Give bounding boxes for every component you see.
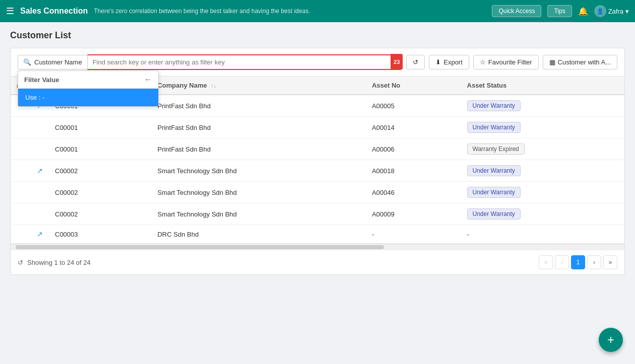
row-hash bbox=[11, 117, 31, 138]
search-count-badge: 23 bbox=[391, 54, 403, 69]
row-asset-status: - bbox=[461, 225, 624, 244]
table-footer: ↺ Showing 1 to 24 of 24 « ‹ 1 › » bbox=[11, 250, 624, 274]
next-page-button[interactable]: › bbox=[587, 255, 601, 269]
row-asset-no: A00006 bbox=[366, 138, 461, 160]
favourite-filter-button[interactable]: ☆ Favourite Filter bbox=[473, 55, 539, 69]
row-asset-status: Under Warranty bbox=[461, 117, 624, 138]
column-label: Customer with A... bbox=[558, 58, 611, 66]
row-customer-id: C00001 bbox=[49, 117, 151, 138]
star-icon: ☆ bbox=[480, 58, 486, 66]
first-page-button[interactable]: « bbox=[539, 255, 553, 269]
search-section: 🔍 Customer Name 23 bbox=[18, 54, 402, 70]
row-company-name: PrintFast Sdn Bhd bbox=[151, 117, 365, 138]
row-asset-no: A00005 bbox=[366, 95, 461, 117]
status-badge: Warranty Expired bbox=[467, 143, 525, 155]
row-company-name: Smart Technology Sdn Bhd bbox=[151, 182, 365, 203]
export-icon: ⬇ bbox=[435, 58, 441, 66]
footer-refresh-icon[interactable]: ↺ bbox=[18, 259, 23, 266]
page-content: Customer List 🔍 Customer Name 23 ↺ ⬇ Exp… bbox=[0, 22, 635, 283]
row-external-link[interactable]: ↗ bbox=[31, 225, 49, 244]
row-hash bbox=[11, 160, 31, 182]
row-customer-id: C00002 bbox=[49, 182, 151, 203]
row-asset-no: A00014 bbox=[366, 117, 461, 138]
row-external-link bbox=[31, 117, 49, 138]
row-asset-no: A00046 bbox=[366, 182, 461, 203]
table-row: C00002Smart Technology Sdn BhdA00046Unde… bbox=[11, 182, 624, 203]
table-row: C00001PrintFast Sdn BhdA00014Under Warra… bbox=[11, 117, 624, 138]
search-icon: 🔍 bbox=[23, 58, 31, 66]
search-input[interactable] bbox=[87, 54, 403, 70]
avatar: 👤 bbox=[594, 5, 606, 17]
column-filter-button[interactable]: ▦ Customer with A... bbox=[543, 55, 617, 69]
row-company-name: PrintFast Sdn Bhd bbox=[151, 95, 365, 117]
horizontal-scrollbar[interactable] bbox=[11, 244, 624, 250]
external-link-icon[interactable]: ↗ bbox=[37, 230, 43, 238]
row-company-name: Smart Technology Sdn Bhd bbox=[151, 160, 365, 182]
row-customer-id: C00002 bbox=[49, 160, 151, 182]
row-external-link bbox=[31, 182, 49, 203]
export-button[interactable]: ⬇ Export bbox=[429, 55, 469, 69]
header-tagline: There's zero correlation between being t… bbox=[94, 8, 486, 15]
row-asset-status: Under Warranty bbox=[461, 95, 624, 117]
scrollbar-thumb[interactable] bbox=[16, 245, 384, 249]
row-asset-status: Warranty Expired bbox=[461, 138, 624, 160]
row-asset-no: A00018 bbox=[366, 160, 461, 182]
row-external-link bbox=[31, 138, 49, 160]
col-asset-status: Asset Status bbox=[461, 77, 624, 95]
row-customer-id: C00001 bbox=[49, 138, 151, 160]
status-badge: Under Warranty bbox=[467, 165, 521, 176]
prev-page-button[interactable]: ‹ bbox=[555, 255, 569, 269]
menu-icon[interactable]: ☰ bbox=[6, 6, 14, 17]
tips-button[interactable]: Tips bbox=[547, 5, 572, 17]
filter-use-item[interactable]: Use : - bbox=[18, 89, 158, 106]
table-row: C00002Smart Technology Sdn BhdA00009Unde… bbox=[11, 203, 624, 225]
row-hash bbox=[11, 203, 31, 225]
back-icon[interactable]: ← bbox=[144, 75, 152, 84]
col-company-name[interactable]: Company Name ↑↓ bbox=[151, 77, 365, 95]
external-link-icon[interactable]: ↗ bbox=[37, 167, 43, 175]
row-company-name: PrintFast Sdn Bhd bbox=[151, 138, 365, 160]
chevron-down-icon: ▾ bbox=[625, 8, 629, 15]
page-1-button[interactable]: 1 bbox=[571, 255, 585, 269]
last-page-button[interactable]: » bbox=[603, 255, 617, 269]
col-asset-no: Asset No bbox=[366, 77, 461, 95]
pagination: « ‹ 1 › » bbox=[539, 255, 617, 269]
row-company-name: DRC Sdn Bhd bbox=[151, 225, 365, 244]
main-card: 🔍 Customer Name 23 ↺ ⬇ Export ☆ Favourit… bbox=[10, 48, 625, 275]
column-icon: ▦ bbox=[549, 58, 555, 66]
table-row: ↗C00002Smart Technology Sdn BhdA00018Und… bbox=[11, 160, 624, 182]
favourite-label: Favourite Filter bbox=[488, 58, 532, 66]
refresh-button[interactable]: ↺ bbox=[406, 55, 425, 69]
page-title: Customer List bbox=[10, 30, 625, 41]
user-name: Zafra bbox=[608, 8, 623, 15]
row-hash bbox=[11, 138, 31, 160]
row-hash bbox=[11, 225, 31, 244]
quick-access-button[interactable]: Quick Access bbox=[492, 5, 541, 17]
row-external-link[interactable]: ↗ bbox=[31, 160, 49, 182]
filter-dropdown-title: Filter Value bbox=[24, 76, 59, 84]
table-row: ↗C00003DRC Sdn Bhd-- bbox=[11, 225, 624, 244]
filter-dropdown: Filter Value ← Use : - bbox=[18, 70, 159, 107]
refresh-icon: ↺ bbox=[413, 58, 418, 66]
row-asset-status: Under Warranty bbox=[461, 203, 624, 225]
row-asset-no: - bbox=[366, 225, 461, 244]
footer-left: ↺ Showing 1 to 24 of 24 bbox=[18, 259, 91, 266]
notification-bell-icon[interactable]: 🔔 bbox=[578, 7, 588, 16]
brand-name: Sales Connection bbox=[20, 7, 88, 16]
status-badge: Under Warranty bbox=[467, 187, 521, 198]
search-filter-button[interactable]: 🔍 Customer Name bbox=[18, 55, 87, 69]
status-badge: Under Warranty bbox=[467, 122, 521, 133]
app-header: ☰ Sales Connection There's zero correlat… bbox=[0, 0, 635, 22]
user-menu[interactable]: 👤 Zafra ▾ bbox=[594, 5, 629, 17]
row-asset-no: A00009 bbox=[366, 203, 461, 225]
row-hash bbox=[11, 182, 31, 203]
row-asset-status: Under Warranty bbox=[461, 160, 624, 182]
toolbar: 🔍 Customer Name 23 ↺ ⬇ Export ☆ Favourit… bbox=[11, 48, 624, 76]
row-external-link bbox=[31, 203, 49, 225]
showing-text: Showing 1 to 24 of 24 bbox=[27, 259, 91, 266]
status-badge: Under Warranty bbox=[467, 100, 521, 111]
search-input-wrapper: 23 bbox=[87, 54, 403, 70]
filter-dropdown-header: Filter Value ← bbox=[18, 71, 158, 89]
row-customer-id: C00002 bbox=[49, 203, 151, 225]
status-badge: Under Warranty bbox=[467, 208, 521, 220]
